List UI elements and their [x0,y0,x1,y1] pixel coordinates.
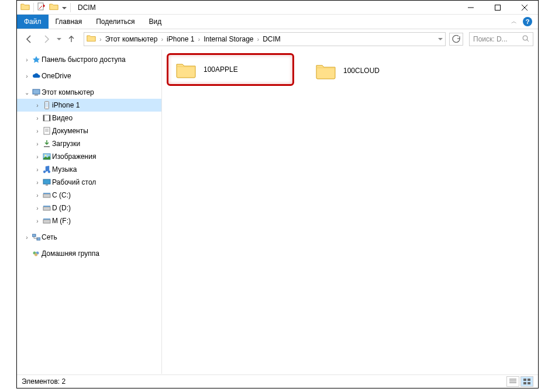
ribbon-tab-file[interactable]: Файл [17,15,49,29]
svg-rect-14 [44,127,50,134]
network-icon [31,234,42,241]
svg-rect-7 [33,89,40,94]
tree-this-pc[interactable]: ⌄ Этот компьютер [17,86,161,99]
svg-rect-27 [43,220,50,223]
folder-100cloud[interactable]: 100CLOUD [314,59,431,82]
svg-rect-25 [43,207,50,210]
qa-customize-icon[interactable] [62,7,67,9]
folder-100apple[interactable]: 100APPLE [167,53,294,86]
phone-icon [42,101,52,109]
tree-desktop[interactable]: › Рабочий стол [17,176,161,189]
doc-prop-icon[interactable] [37,2,46,13]
svg-rect-40 [528,382,530,384]
window-title: DCIM [74,4,96,12]
svg-rect-21 [43,179,50,184]
qa-folder-icon[interactable] [49,2,58,13]
star-icon [31,55,42,64]
tree-music[interactable]: › Музыка [17,163,161,176]
ribbon-tab-view[interactable]: Вид [142,15,168,29]
address-dropdown[interactable] [438,38,443,40]
nav-up-button[interactable] [64,32,79,47]
tree-onedrive[interactable]: › OneDrive [17,70,161,82]
folder-icon [314,59,337,82]
crumb-internal-storage[interactable]: Internal Storage› [204,35,263,43]
svg-rect-28 [43,218,50,220]
view-details-button[interactable] [506,376,519,387]
svg-point-33 [35,254,37,256]
maximize-button[interactable] [484,1,511,15]
navigation-bar: › Этот компьютер› iPhone 1› Internal Sto… [17,29,538,49]
tree-quick-access[interactable]: › Панель быстрого доступа [17,53,161,66]
folder-label: 100APPLE [198,65,238,74]
svg-rect-22 [46,185,48,186]
crumb-this-pc[interactable]: Этот компьютер› [105,35,167,43]
separator [70,3,71,12]
crumb-dcim[interactable]: DCIM [263,35,281,43]
svg-rect-0 [38,3,43,10]
drive-icon [42,192,52,198]
ribbon: Файл Главная Поделиться Вид ︿ ? [17,15,538,29]
svg-rect-8 [35,95,38,96]
file-list-area[interactable]: 100APPLE 100CLOUD [162,50,538,374]
tree-downloads[interactable]: › Загрузки [17,137,161,150]
title-bar: DCIM [17,1,538,15]
tree-pictures[interactable]: › Изображения [17,150,161,163]
view-large-icons-button[interactable] [520,376,533,387]
tree-network[interactable]: › Сеть [17,231,161,244]
svg-line-6 [527,40,529,41]
svg-point-20 [45,155,47,157]
status-bar: Элементов: 2 [17,374,538,388]
ribbon-tab-share[interactable]: Поделиться [89,15,142,29]
address-bar[interactable]: › Этот компьютер› iPhone 1› Internal Sto… [84,32,446,46]
drive-icon [42,205,52,211]
pc-icon [31,89,42,96]
svg-rect-13 [49,115,50,121]
crumb-iphone1[interactable]: iPhone 1› [167,35,204,43]
drive-icon [42,218,52,224]
nav-forward-button[interactable] [39,32,54,47]
tree-iphone1[interactable]: › iPhone 1 [17,99,161,112]
svg-rect-12 [43,115,44,121]
refresh-button[interactable] [449,33,463,46]
svg-point-5 [523,36,528,40]
tree-drive-d[interactable]: › D (D:) [17,202,161,214]
svg-rect-18 [44,146,50,147]
downloads-icon [42,140,52,148]
search-placeholder: Поиск: D... [473,35,508,43]
cloud-icon [31,73,42,79]
svg-rect-37 [523,379,526,381]
svg-rect-23 [43,194,50,197]
nav-history-dropdown[interactable] [57,38,61,40]
svg-rect-39 [523,382,526,384]
status-text: Элементов: 2 [22,377,66,386]
homegroup-icon [31,250,42,257]
tree-homegroup[interactable]: Домашняя группа [17,247,161,260]
separator [33,3,34,12]
svg-rect-38 [528,379,530,381]
tree-drive-c[interactable]: › C (C:) [17,189,161,202]
address-folder-icon [87,34,96,44]
help-button[interactable]: ? [523,17,532,26]
svg-rect-24 [43,193,50,194]
ribbon-tab-home[interactable]: Главная [49,15,89,29]
nav-tree: › Панель быстрого доступа › OneDrive ⌄ Э… [17,50,162,374]
search-icon [522,35,529,44]
svg-rect-29 [32,234,36,237]
search-input[interactable]: Поиск: D... [469,32,533,46]
video-icon [42,115,52,122]
minimize-button[interactable] [457,1,484,15]
tree-drive-m[interactable]: › M (F:) [17,214,161,227]
nav-back-button[interactable] [22,32,37,47]
tree-documents[interactable]: › Документы [17,124,161,137]
svg-rect-26 [43,206,50,207]
folder-icon [174,58,198,81]
ribbon-collapse-button[interactable]: ︿ [511,18,517,26]
close-button[interactable] [511,1,538,15]
svg-rect-10 [46,102,49,107]
desktop-icon [42,179,52,186]
tree-video[interactable]: › Видео [17,112,161,124]
music-icon [42,165,52,174]
folder-label: 100CLOUD [337,67,380,75]
docs-icon [42,127,52,135]
svg-rect-2 [495,5,501,10]
